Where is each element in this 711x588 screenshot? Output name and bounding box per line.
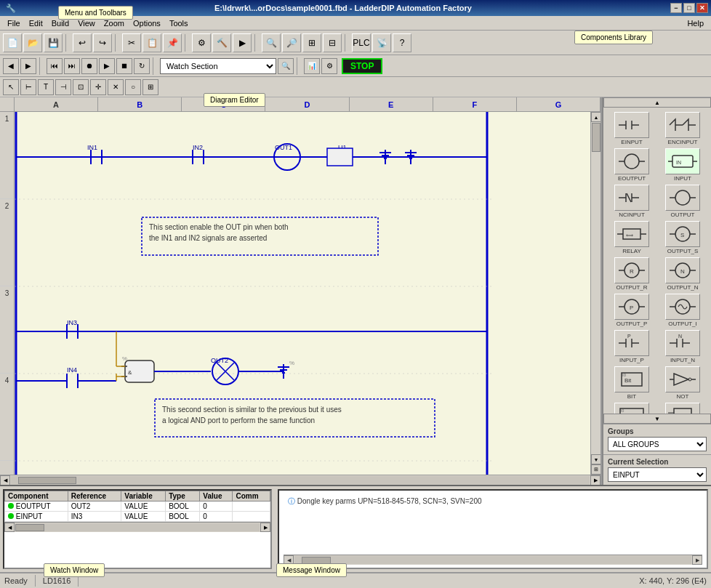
comp-not-button[interactable]	[665, 366, 700, 392]
comp-output[interactable]: OUTPUT	[659, 185, 707, 218]
scroll-bottom-button[interactable]: ⊞	[591, 464, 600, 475]
menu-zoom[interactable]: Zoom	[100, 17, 129, 29]
tb2-record[interactable]: ⏺	[81, 58, 97, 74]
watch-section-select[interactable]: Watch Section	[160, 58, 276, 74]
wire-tool[interactable]: ⊣	[55, 79, 71, 95]
comp-not[interactable]: NOT	[659, 366, 707, 400]
plc2-button[interactable]: 📡	[372, 33, 391, 52]
comp-output-s[interactable]: S OUTPUT_S	[659, 221, 707, 254]
tb2-monitor[interactable]: 📊	[304, 58, 320, 74]
grid-button[interactable]: ⊟	[323, 33, 342, 52]
zoom-region-tool[interactable]: ⊡	[73, 79, 89, 95]
tb2-btn4[interactable]: ⏭	[64, 58, 80, 74]
msg-scroll-track[interactable]	[294, 556, 691, 564]
comp-scroll-down[interactable]: ▼	[603, 414, 711, 424]
comp-output-n[interactable]: N OUTPUT_N	[659, 257, 707, 291]
redo-button[interactable]: ↪	[93, 33, 112, 52]
comp-output-r[interactable]: R OUTPUT_R	[608, 257, 656, 291]
delete-tool[interactable]: ✕	[108, 79, 124, 95]
tb2-search[interactable]: 🔍	[278, 58, 294, 74]
maximize-button[interactable]: □	[683, 3, 695, 13]
stop-button[interactable]: STOP	[342, 58, 382, 74]
scroll-thumb[interactable]	[592, 123, 600, 152]
comp-ncinput[interactable]: NCINPUT	[608, 185, 656, 218]
undo-button[interactable]: ↩	[73, 33, 92, 52]
comp-bit32[interactable]: Bit32I0 BIT32	[608, 403, 656, 414]
help-btn[interactable]: ?	[393, 33, 411, 52]
comp-ncinput-button[interactable]	[614, 185, 649, 211]
watch-scroll-right[interactable]: ▶	[260, 523, 270, 532]
comp-input-n-button[interactable]: N	[665, 330, 700, 356]
hscroll-right[interactable]: ▶	[590, 475, 600, 486]
comp-output-p[interactable]: P OUTPUT_P	[608, 294, 656, 327]
comp-eoutput-button[interactable]	[614, 148, 649, 174]
watch-scroll-track[interactable]	[15, 523, 260, 531]
ladder-diagram[interactable]: IN1 IN2 OUT1 U1	[15, 112, 590, 475]
comp-input-p-button[interactable]: P	[614, 330, 649, 356]
build-button[interactable]: 🔨	[212, 33, 231, 52]
copy-button[interactable]: 📋	[142, 33, 161, 52]
comp-input-p[interactable]: P INPUT_P	[608, 330, 656, 363]
tb2-gear[interactable]: ⚙	[321, 58, 337, 74]
menu-help[interactable]: Help	[683, 17, 708, 29]
menu-build[interactable]: Build	[47, 17, 73, 29]
menu-file[interactable]: File	[3, 17, 25, 29]
comp-output-i-button[interactable]	[665, 294, 700, 320]
hscroll-thumb[interactable]	[18, 477, 76, 484]
comp-output-button[interactable]	[665, 185, 700, 211]
minimize-button[interactable]: −	[670, 3, 682, 13]
comp-mux-button[interactable]: MUX	[665, 403, 700, 414]
comp-output-i[interactable]: OUTPUT_I	[659, 294, 707, 327]
comp-scroll-up[interactable]: ▲	[603, 97, 711, 108]
comp-eoutput[interactable]: EOUTPUT	[608, 148, 656, 182]
comp-einput-button[interactable]	[614, 112, 649, 138]
comp-einput[interactable]: EINPUT	[608, 112, 656, 145]
text-tool[interactable]: T	[38, 79, 54, 95]
contact-tool[interactable]: ⊢	[20, 79, 36, 95]
comp-bit-button[interactable]: BitI0	[614, 366, 649, 392]
scroll-down-button[interactable]: ▼	[591, 454, 600, 464]
settings-button[interactable]: ⚙	[192, 33, 211, 52]
tb2-stop-small[interactable]: ⏹	[116, 58, 132, 74]
menu-options[interactable]: Options	[129, 17, 165, 29]
coil-tool[interactable]: ○	[125, 79, 141, 95]
comp-relay-button[interactable]: ⟺	[614, 221, 649, 247]
comp-bit[interactable]: BitI0 BIT	[608, 366, 656, 400]
cut-button[interactable]: ✂	[122, 33, 141, 52]
comp-output-n-button[interactable]: N	[665, 257, 700, 283]
comp-output-s-button[interactable]: S	[665, 221, 700, 247]
msg-scroll-left[interactable]: ◀	[284, 555, 294, 565]
comp-mux[interactable]: MUX MUX	[659, 403, 707, 414]
open-button[interactable]: 📂	[23, 33, 42, 52]
zoom-in-button[interactable]: 🔍	[262, 33, 281, 52]
paste-button[interactable]: 📌	[163, 33, 182, 52]
fit-button[interactable]: ⊞	[302, 33, 321, 52]
diagram-scroll[interactable]: 1 2 3 4 IN1	[0, 112, 600, 475]
comp-relay[interactable]: ⟺ RELAY	[608, 221, 656, 254]
tb2-btn3[interactable]: ⏮	[47, 58, 63, 74]
zoom-out-button[interactable]: 🔎	[282, 33, 301, 52]
comp-output-r-button[interactable]: R	[614, 257, 649, 283]
watch-scroll-left[interactable]: ◀	[4, 523, 15, 532]
plc1-button[interactable]: PLC	[352, 33, 371, 52]
current-selection-select[interactable]: EINPUT	[608, 467, 707, 482]
menu-tools[interactable]: Tools	[165, 17, 193, 29]
msg-scroll-thumb[interactable]	[302, 557, 331, 564]
comp-encinput-button[interactable]	[665, 112, 700, 138]
tb2-btn2[interactable]: ▶	[20, 58, 36, 74]
comp-input[interactable]: IN INPUT	[659, 148, 707, 182]
comp-output-p-button[interactable]: P	[614, 294, 649, 320]
tb2-btn1[interactable]: ◀	[3, 58, 19, 74]
close-button[interactable]: ✕	[696, 3, 708, 13]
tb2-rotate[interactable]: ↻	[134, 58, 150, 74]
save-button[interactable]: 💾	[44, 33, 63, 52]
msg-scroll-right[interactable]: ▶	[692, 555, 702, 565]
groups-select[interactable]: ALL GROUPS	[608, 437, 707, 451]
move-tool[interactable]: ✛	[90, 79, 106, 95]
tb2-play[interactable]: ▶	[99, 58, 115, 74]
hscroll-track[interactable]	[11, 476, 590, 485]
comp-encinput[interactable]: ENCINPUT	[659, 112, 707, 145]
run-button[interactable]: ▶	[233, 33, 252, 52]
hscroll-left[interactable]: ◀	[0, 475, 10, 486]
menu-view[interactable]: View	[73, 17, 100, 29]
